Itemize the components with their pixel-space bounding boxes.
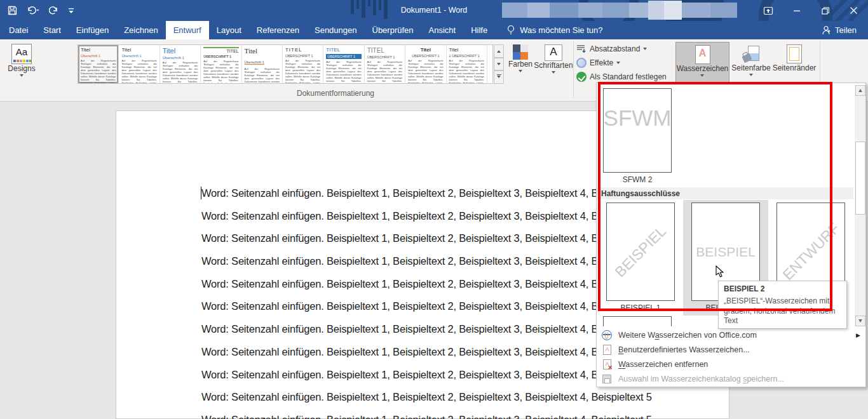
lightbulb-icon <box>506 25 515 36</box>
paragraph-spacing-button[interactable]: Absatzabstand <box>576 43 648 55</box>
fonts-button[interactable]: A Schriftarten <box>536 42 571 83</box>
tab-einfgen[interactable]: Einfügen <box>69 21 116 39</box>
share-button[interactable]: Teilen <box>822 21 857 39</box>
tab-ansicht[interactable]: Ansicht <box>421 21 464 39</box>
designs-button[interactable]: Aa Designs <box>4 42 39 83</box>
chevron-down-icon <box>552 71 556 74</box>
paragraph-spacing-icon <box>576 44 587 54</box>
set-as-default-label: Als Standard festlegen <box>590 72 667 81</box>
group-label-dokumentformatierung: Dokumentformatierung <box>78 89 593 98</box>
chevron-down-icon <box>700 74 705 77</box>
title-bar: Dokument1 - Word <box>0 0 868 21</box>
style-set-card[interactable]: TitelÜberschrift 1Auf der Registerkarte … <box>119 45 159 83</box>
page-color-icon <box>743 44 759 63</box>
ribbon-tab-bar: DateiStartEinfügenZeichnenEntwurfLayoutR… <box>0 21 868 39</box>
style-set-card[interactable]: Titel1 ÜBERSCHRIFT 1Auf der Registerkart… <box>447 45 487 83</box>
menu-item-save[interactable]: Auswahl im Wasserzeichenkatalog speicher… <box>597 371 865 386</box>
scroll-down-button[interactable] <box>855 316 865 326</box>
window-title: Dokument1 - Word <box>0 0 868 21</box>
tab-berprfen[interactable]: Überprüfen <box>365 21 421 39</box>
watermark-button[interactable]: A Wasserzeichen <box>675 42 729 83</box>
page-color-button[interactable]: Seitenfarbe <box>731 42 771 83</box>
redo-icon[interactable] <box>49 6 58 15</box>
remove-icon <box>602 359 612 369</box>
effects-icon <box>576 58 587 68</box>
tell-me-box[interactable]: Was möchten Sie tun? <box>506 21 602 39</box>
watermark-item-partial[interactable] <box>603 316 672 326</box>
restore-button[interactable] <box>811 0 839 21</box>
tab-referenzen[interactable]: Referenzen <box>249 21 307 39</box>
effects-button[interactable]: Effekte <box>576 57 621 69</box>
style-set-card[interactable]: TitelÜberschrift 1Auf der Registerkarte … <box>78 45 119 83</box>
style-set-card[interactable]: TitelÜBERSCHRIFT 1Auf der Registerkarte … <box>405 45 446 83</box>
user-name-blurred <box>502 3 737 18</box>
tab-sendungen[interactable]: Sendungen <box>307 21 365 39</box>
tab-hilfe[interactable]: Hilfe <box>463 21 495 39</box>
tab-entwurf[interactable]: Entwurf <box>166 21 209 39</box>
undo-icon[interactable] <box>27 6 39 15</box>
document-line: Word: Seitenzahl einfügen. Beispieltext … <box>201 414 729 419</box>
chevron-down-icon <box>616 62 621 65</box>
gallery-more-button[interactable] <box>494 70 504 84</box>
save-icon <box>602 374 612 384</box>
fonts-label: Schriftarten <box>534 61 573 70</box>
designs-icon: Aa <box>11 44 32 64</box>
style-set-card[interactable]: TITELÜBERSCHRIFT 1Auf der Registerkarte … <box>323 45 364 83</box>
scroll-up-button[interactable] <box>855 85 865 96</box>
chevron-down-icon <box>519 70 523 73</box>
colors-label: Farben <box>508 60 532 69</box>
tab-layout[interactable]: Layout <box>209 21 249 39</box>
customize-qat-icon[interactable] <box>68 6 74 15</box>
chevron-down-icon <box>749 74 754 77</box>
tell-me-label: Was möchten Sie tun? <box>520 25 602 35</box>
scrollbar-thumb[interactable] <box>855 142 865 215</box>
tab-zeichnen[interactable]: Zeichnen <box>116 21 165 39</box>
colors-button[interactable]: Farben <box>506 42 534 83</box>
style-set-card[interactable]: TitelÜberschrift 1Auf der Registerkarte … <box>160 45 201 83</box>
colors-icon <box>513 44 528 60</box>
style-set-card[interactable]: TITELÜBERSCHRIFT 1Auf der Registerkarte … <box>365 45 405 83</box>
page-borders-icon <box>787 44 802 63</box>
menu-item-office[interactable]: Weitere Wasserzeichen von Office.com▶ <box>597 328 865 342</box>
share-label: Teilen <box>835 25 857 35</box>
office-icon <box>602 330 612 340</box>
dropdown-scrollbar[interactable] <box>855 85 865 326</box>
style-set-card[interactable]: TITELÜBERSCHRIFT 1Auf der Registerkarte … <box>283 45 323 83</box>
window-controls <box>754 0 868 21</box>
mouse-cursor <box>715 265 726 278</box>
menu-item-remove[interactable]: Wasserzeichen entfernen <box>597 357 865 371</box>
save-icon[interactable] <box>8 6 17 15</box>
document-line: Word: Seitenzahl einfügen. Beispieltext … <box>201 391 729 414</box>
checkmark-icon <box>576 72 587 82</box>
close-button[interactable] <box>839 0 868 21</box>
paragraph-spacing-label: Absatzabstand <box>590 44 640 53</box>
style-set-gallery: TitelÜberschrift 1Auf der Registerkarte … <box>78 44 493 84</box>
style-set-card[interactable]: TITELÜBERSCHRIFT 1Auf der Registerkarte … <box>201 45 241 83</box>
fonts-icon: A <box>545 44 562 61</box>
set-as-default-button[interactable]: Als Standard festlegen <box>576 71 667 83</box>
submenu-arrow-icon: ▶ <box>856 332 860 338</box>
chevron-down-icon <box>20 74 24 77</box>
watermark-menu-commands: Weitere Wasserzeichen von Office.com▶Ben… <box>597 328 865 386</box>
minimize-button[interactable] <box>782 0 811 21</box>
menu-item-custom[interactable]: Benutzerdefiniertes Wasserzeichen... <box>597 342 865 357</box>
ribbon-tabs: DateiStartEinfügenZeichnenEntwurfLayoutR… <box>1 21 495 39</box>
word-window: Dokument1 - Word DateiStartEinfügenZeich… <box>0 0 868 419</box>
page-borders-button[interactable]: Seitenränder <box>773 42 816 83</box>
custom-icon <box>602 345 612 355</box>
designs-label: Designs <box>8 64 35 73</box>
watermark-label: Wasserzeichen <box>677 64 729 73</box>
quick-access-toolbar <box>8 0 74 21</box>
person-icon <box>822 25 831 35</box>
ribbon-display-options-button[interactable] <box>754 0 782 21</box>
effects-label: Effekte <box>590 58 613 67</box>
gallery-scroll-buttons <box>494 44 504 84</box>
gallery-scroll-down-button[interactable] <box>494 58 504 71</box>
tab-datei[interactable]: Datei <box>1 21 36 39</box>
tab-start[interactable]: Start <box>36 21 68 39</box>
gallery-scroll-up-button[interactable] <box>494 44 504 58</box>
watermark-icon: A <box>695 45 710 64</box>
page-borders-label: Seitenränder <box>773 63 817 72</box>
page-color-label: Seitenfarbe <box>731 63 770 72</box>
style-set-card[interactable]: TitelÜberschrift 1Auf der Registerkarte … <box>242 45 283 83</box>
